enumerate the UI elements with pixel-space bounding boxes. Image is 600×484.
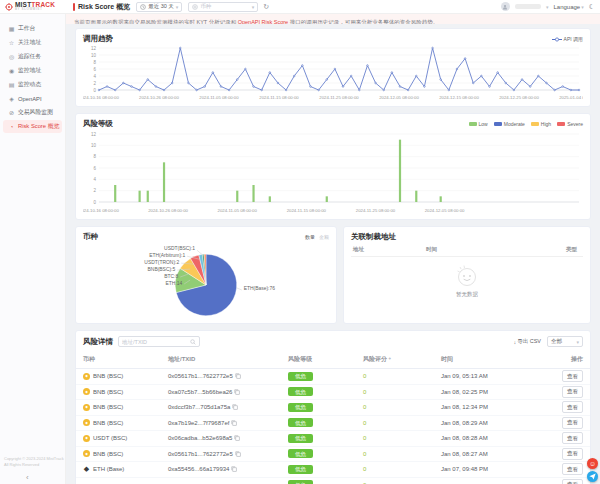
legend-item-moderate[interactable]: Moderate — [494, 121, 525, 127]
sidebar-item-api[interactable]: ◈ OpenAPI — [3, 92, 62, 105]
coin-icon: ◆ — [83, 404, 90, 411]
svg-text:2024-11-25 08:00:00: 2024-11-25 08:00:00 — [319, 95, 359, 100]
risk-score-value: 0 — [363, 451, 441, 457]
address-link[interactable]: 0xa7b19e2...7f79687ef — [168, 420, 229, 426]
address-search[interactable] — [118, 336, 200, 347]
search-icon[interactable] — [190, 339, 196, 345]
sidebar-item-risk-score[interactable]: ◔ Risk Score 概览 — [3, 120, 62, 133]
address-link[interactable]: 0x05617b1...7622772e5 — [168, 373, 233, 379]
date-range-value: 最近 30 天 — [148, 3, 174, 10]
sidebar-item-label: OpenAPI — [18, 96, 42, 102]
legend-swatch — [469, 122, 477, 127]
sidebar-item-dashboard[interactable]: ▦ 工作台 — [3, 22, 62, 35]
sidebar-collapse-button[interactable]: ‹ — [26, 474, 29, 482]
sidebar-item-monitor[interactable]: ◉ 监控地址 — [3, 64, 62, 77]
view-button[interactable]: 查看 — [562, 448, 583, 460]
currency-filter-select[interactable]: 币种 ▾ — [188, 2, 258, 12]
refresh-icon[interactable]: ↻ — [263, 3, 269, 10]
view-button[interactable]: 查看 — [562, 479, 583, 484]
table-row: ◆ USDT (BSC) 0x06cadba...b52e698a5 低危 0 … — [76, 431, 590, 447]
user-name-redacted[interactable] — [515, 4, 541, 9]
svg-text:4: 4 — [93, 177, 96, 182]
search-input[interactable] — [122, 339, 188, 345]
copy-icon[interactable] — [231, 420, 237, 426]
copy-icon[interactable] — [234, 435, 240, 441]
customer-support-button[interactable]: ☺ — [587, 458, 598, 469]
risk-level-badge: 低危 — [288, 465, 313, 474]
language-label: Language — [554, 4, 581, 10]
risk-level-badge: 低危 — [288, 449, 313, 458]
address-link[interactable]: 0xdccf3b7...705d1a75a — [168, 404, 230, 410]
col-time: 时间 — [426, 246, 517, 253]
legend-item-high[interactable]: High — [531, 121, 551, 127]
sidebar-item-label: 关注地址 — [18, 38, 41, 47]
svg-text:6: 6 — [93, 67, 96, 72]
copy-icon[interactable] — [235, 373, 241, 379]
sidebar-item-risk-monitor[interactable]: ⊘ 交易风险监测 — [3, 106, 62, 119]
date-range-select[interactable]: 最近 30 天 ▾ — [136, 2, 182, 12]
col-address-txid: 地址/TXID — [168, 355, 288, 364]
line-legend-icon — [552, 37, 562, 42]
view-button[interactable]: 查看 — [562, 386, 583, 398]
address-link[interactable]: 0xa55456...66a179934 — [168, 466, 229, 472]
svg-text:12: 12 — [91, 132, 96, 137]
sidebar-item-trace[interactable]: ◎ 追踪任务 — [3, 50, 62, 63]
coin-icon: ◆ — [83, 388, 90, 395]
legend-item-severe[interactable]: Severe — [557, 121, 583, 127]
pie-mode-toggle[interactable]: 数量 金额 — [305, 234, 329, 240]
language-switcher[interactable]: Language▾ — [554, 4, 584, 10]
sidebar-item-label: 监控地址 — [18, 66, 41, 75]
user-avatar[interactable] — [501, 2, 510, 11]
legend-label: Moderate — [504, 121, 525, 127]
address-link[interactable]: 0x05617b1...7622772e5 — [168, 451, 233, 457]
empty-state-text: 暂无数据 — [456, 291, 478, 298]
sanctioned-addresses-title: 关联制裁地址 — [351, 232, 396, 242]
level-filter-select[interactable]: 全部 ▾ — [547, 336, 583, 347]
sort-icon[interactable]: ▲▼ — [388, 358, 391, 362]
top-header: MISTTRACK BY SLOWMIST Risk Score 概览 最近 3… — [0, 0, 600, 14]
view-button[interactable]: 查看 — [562, 370, 583, 382]
copy-icon[interactable] — [235, 451, 241, 457]
table-row: ◆ BNB (BSC) 0x05617b1...7622772e5 低危 0 J… — [76, 447, 590, 463]
export-csv-label: 导出 CSV — [517, 338, 541, 345]
svg-text:12: 12 — [91, 46, 96, 51]
call-trend-legend[interactable]: API 调用 — [552, 36, 583, 42]
pie-toggle-count[interactable]: 数量 — [305, 234, 315, 240]
legend-swatch — [531, 122, 539, 127]
view-button[interactable]: 查看 — [562, 432, 583, 444]
logo-tagline: BY SLOWMIST — [15, 8, 55, 11]
view-button[interactable]: 查看 — [562, 463, 583, 475]
risk-score-value: 0 — [363, 466, 441, 472]
telegram-button[interactable] — [587, 471, 598, 482]
view-button[interactable]: 查看 — [562, 417, 583, 429]
col-risk-level: 风险等级 — [288, 355, 363, 364]
legend-label: Severe — [567, 121, 583, 127]
svg-text:2024-10-26 08:00:00: 2024-10-26 08:00:00 — [139, 95, 179, 100]
copy-icon[interactable] — [231, 466, 237, 472]
address-link[interactable]: 0xa07c5b7...5b66bea26 — [168, 389, 232, 395]
col-risk-score[interactable]: 风险评分▲▼ — [363, 355, 441, 364]
copy-icon[interactable] — [234, 389, 240, 395]
svg-text:2024-10-16 08:00:00: 2024-10-16 08:00:00 — [83, 95, 119, 100]
star-icon: ☆ — [8, 39, 15, 46]
address-link[interactable]: 0x06cadba...b52e698a5 — [168, 435, 232, 441]
misttrack-logo[interactable]: MISTTRACK BY SLOWMIST — [5, 2, 67, 12]
copy-icon[interactable] — [232, 404, 238, 410]
svg-text:2: 2 — [93, 81, 96, 86]
coin-name: BNB (BSC) — [93, 389, 123, 395]
col-address: 地址 — [353, 246, 426, 253]
svg-text:BNB(BSC):5: BNB(BSC):5 — [148, 267, 176, 272]
pie-toggle-amount[interactable]: 金额 — [319, 234, 329, 240]
dark-mode-toggle-icon[interactable]: ☾ — [589, 3, 595, 10]
svg-text:2024-10-26 08:00:00: 2024-10-26 08:00:00 — [148, 208, 188, 213]
legend-item-low[interactable]: Low — [469, 121, 488, 127]
export-csv-button[interactable]: ↓ 导出 CSV — [513, 338, 541, 345]
risk-level-card: 风险等级 LowModerateHighSevere 0246810122024… — [75, 113, 591, 220]
risk-level-badge: 低危 — [288, 372, 313, 381]
svg-text:4: 4 — [93, 74, 96, 79]
call-trend-legend-label: API 调用 — [564, 36, 583, 42]
sidebar-item-activity[interactable]: ▤ 监控动态 — [3, 78, 62, 91]
coin-name: USDT (BSC) — [93, 435, 127, 441]
sidebar-item-star[interactable]: ☆ 关注地址 — [3, 36, 62, 49]
view-button[interactable]: 查看 — [562, 401, 583, 413]
